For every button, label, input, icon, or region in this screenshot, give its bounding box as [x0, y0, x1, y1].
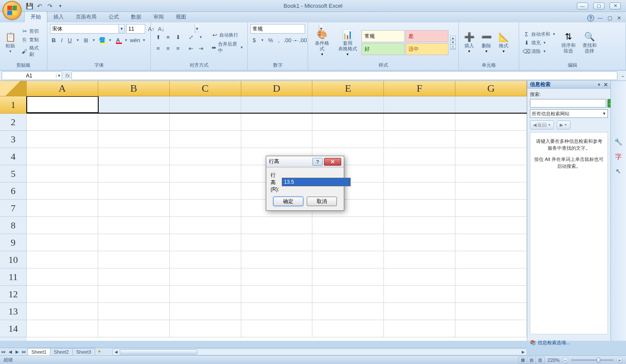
sheet-tab-1[interactable]: Sheet1	[28, 348, 50, 355]
cell[interactable]	[384, 114, 455, 130]
fill-color-button[interactable]: 🪣	[98, 35, 106, 45]
cell[interactable]	[455, 148, 527, 165]
fx-label[interactable]: fx	[65, 72, 70, 79]
cell[interactable]	[170, 286, 241, 302]
cell[interactable]	[241, 303, 313, 320]
cell[interactable]	[312, 114, 384, 130]
cell[interactable]	[27, 131, 98, 148]
qat-customize-icon[interactable]: ▼	[56, 2, 65, 10]
save-icon[interactable]: 💾	[25, 2, 34, 10]
dialog-titlebar[interactable]: 行高 ? ✕	[266, 156, 344, 167]
underline-dropdown-icon[interactable]: ▼	[74, 35, 82, 45]
ribbon-minimize-icon[interactable]: —	[597, 15, 604, 22]
row-height-input[interactable]	[282, 178, 351, 186]
view-page-break-icon[interactable]: ▥	[536, 357, 545, 363]
merge-dropdown-icon[interactable]: ▼	[240, 46, 243, 49]
research-back-button[interactable]: ◀返回▼	[530, 120, 554, 130]
chevron-down-icon[interactable]: ▼	[467, 49, 471, 53]
cell[interactable]	[170, 303, 241, 320]
cell[interactable]	[27, 251, 98, 268]
border-dropdown-icon[interactable]: ▼	[90, 35, 98, 45]
align-middle-icon[interactable]: ≡	[163, 32, 173, 42]
cell[interactable]	[455, 251, 527, 268]
cell[interactable]	[455, 131, 527, 148]
cell[interactable]	[170, 268, 241, 285]
cell[interactable]	[241, 286, 313, 302]
scroll-right-icon[interactable]: ▶	[520, 350, 526, 354]
decrease-indent-icon[interactable]: ⇤	[186, 43, 196, 53]
cell[interactable]	[27, 234, 98, 251]
decrease-decimal-icon[interactable]: ←.00	[296, 35, 305, 45]
cell[interactable]	[384, 234, 455, 251]
help-icon[interactable]: ?	[587, 15, 594, 22]
currency-icon[interactable]: $	[250, 35, 258, 45]
col-header-D[interactable]: D	[241, 81, 313, 96]
number-format-dropdown[interactable]: ▼	[250, 24, 305, 34]
cell[interactable]	[27, 303, 98, 320]
sort-filter-button[interactable]: ⇅排序和 筛选	[559, 28, 578, 58]
view-normal-icon[interactable]: ▦	[519, 357, 527, 363]
dialog-help-button[interactable]: ?	[312, 158, 323, 166]
increase-indent-icon[interactable]: ⇥	[196, 43, 206, 53]
cut-button[interactable]: ✂剪切	[20, 27, 44, 35]
format-cells-button[interactable]: 📐格式▼	[496, 28, 511, 58]
orientation-icon[interactable]: ⤢	[186, 32, 196, 42]
cell[interactable]	[455, 234, 527, 251]
scroll-left-icon[interactable]: ◀	[113, 350, 120, 354]
cell-A1[interactable]	[27, 96, 98, 113]
zoom-in-button[interactable]: +	[617, 357, 623, 363]
conditional-format-button[interactable]: 🎨条件格式▼	[311, 28, 334, 58]
zoom-thumb[interactable]	[597, 358, 600, 363]
cell[interactable]	[98, 96, 170, 113]
cell[interactable]	[98, 200, 170, 216]
minimize-button[interactable]: —	[577, 3, 588, 9]
sheet-tab-3[interactable]: Sheet3	[72, 348, 95, 355]
cell[interactable]	[384, 165, 455, 182]
cancel-button[interactable]: 取消	[307, 197, 337, 206]
row-header-5[interactable]: 5	[0, 165, 27, 182]
maximize-button[interactable]: ▢	[593, 3, 604, 9]
col-header-E[interactable]: E	[312, 81, 384, 96]
clear-button[interactable]: ⌫清除▼	[522, 47, 557, 55]
currency-dropdown-icon[interactable]: ▼	[258, 35, 266, 45]
chevron-down-icon[interactable]: ▼	[321, 52, 324, 56]
format-painter-button[interactable]: 🖌格式刷	[20, 44, 44, 58]
merge-center-button[interactable]: ⬌合并后居中▼	[210, 40, 245, 54]
italic-button[interactable]: I	[58, 35, 66, 45]
phonetic-button[interactable]: wén	[130, 35, 140, 45]
cell[interactable]	[170, 182, 241, 199]
col-header-G[interactable]: G	[455, 81, 527, 96]
cell[interactable]	[241, 96, 313, 113]
fill-color-dropdown-icon[interactable]: ▼	[106, 35, 114, 45]
cell[interactable]	[27, 200, 98, 216]
cell[interactable]	[455, 268, 527, 285]
cell[interactable]	[170, 217, 241, 234]
table-format-button[interactable]: 📊套用 表格格式▼	[336, 28, 360, 58]
research-forward-button[interactable]: ▶▼	[557, 120, 570, 130]
cells-area[interactable]	[27, 96, 527, 341]
cell[interactable]	[241, 131, 313, 148]
zoom-level[interactable]: 220%	[548, 358, 560, 363]
align-top-icon[interactable]: ⬆	[153, 32, 163, 42]
gallery-up-icon[interactable]: ▲	[451, 36, 455, 40]
cell[interactable]	[455, 286, 527, 302]
cell[interactable]	[455, 165, 527, 182]
cell[interactable]	[312, 268, 384, 285]
gallery-down-icon[interactable]: ▼	[451, 40, 455, 45]
cell[interactable]	[170, 96, 241, 113]
fill-button[interactable]: ⬇填充▼	[522, 39, 557, 46]
view-page-layout-icon[interactable]: ▤	[527, 357, 536, 363]
cell[interactable]	[27, 114, 98, 130]
cell[interactable]	[27, 320, 98, 337]
new-sheet-button[interactable]: ✦	[95, 349, 104, 355]
align-bottom-icon[interactable]: ⬇	[173, 32, 183, 42]
font-color-dropdown-icon[interactable]: ▼	[122, 35, 130, 45]
tab-home[interactable]: 开始	[24, 11, 47, 22]
cell[interactable]	[312, 96, 384, 113]
cell[interactable]	[241, 234, 313, 251]
row-header-1[interactable]: 1	[0, 96, 27, 114]
cell[interactable]	[98, 182, 170, 199]
autosum-button[interactable]: Σ自动求和▼	[522, 30, 557, 38]
percent-icon[interactable]: %	[267, 35, 274, 45]
cell[interactable]	[170, 320, 241, 337]
